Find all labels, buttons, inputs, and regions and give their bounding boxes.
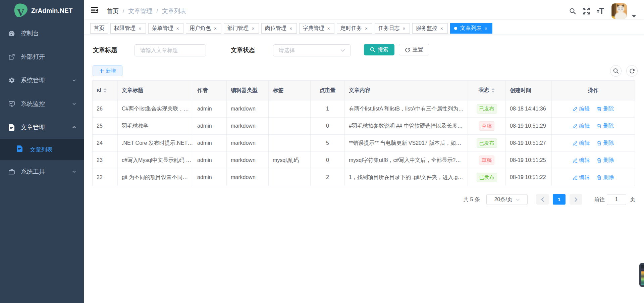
svg-text:V: V (17, 7, 24, 18)
